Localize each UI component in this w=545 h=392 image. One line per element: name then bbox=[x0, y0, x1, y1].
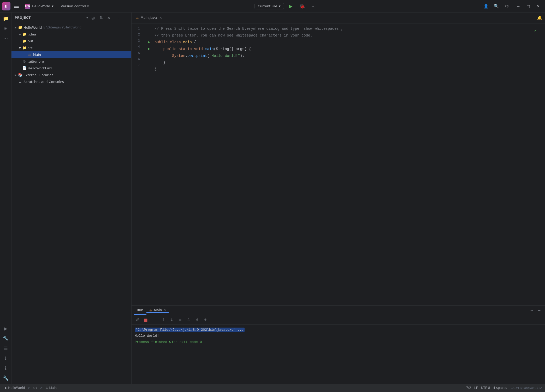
status-encoding[interactable]: UTF-8 bbox=[479, 386, 492, 390]
bottom-more-button[interactable]: ⋯ bbox=[528, 307, 535, 314]
sidebar-title-dropdown[interactable]: ▾ bbox=[86, 16, 88, 20]
watermark-label: CSDN @jiangwei0512 bbox=[511, 386, 542, 390]
activity-structure-icon[interactable]: ⊞ bbox=[1, 23, 10, 33]
activity-more-icon[interactable]: ⋯ bbox=[1, 33, 10, 43]
search-everywhere-button[interactable]: 🔍 bbox=[492, 2, 501, 11]
code-content[interactable]: // Press Shift twice to open the Search … bbox=[144, 23, 545, 305]
activity-info-icon[interactable]: ℹ bbox=[1, 363, 10, 373]
classname-main: Main bbox=[183, 39, 192, 46]
tree-item-idea[interactable]: ▶ 📁 .idea bbox=[11, 31, 131, 38]
tab-close-main[interactable]: ✕ bbox=[158, 15, 163, 20]
run-arrow-3[interactable]: ▶ bbox=[148, 40, 150, 45]
main-layout: 📁 ⊞ ⋯ ▶ 🔧 ☰ ↓ ℹ 🔧 Project ▾ ◎ ⇅ ✕ ⋯ − bbox=[0, 13, 545, 384]
status-position[interactable]: 7:2 bbox=[465, 386, 473, 390]
tree-arrow-ext-libs: ▶ bbox=[14, 74, 18, 76]
maximize-button[interactable]: □ bbox=[524, 2, 533, 11]
stop-button[interactable]: ■ bbox=[142, 316, 149, 323]
scroll-up-button[interactable]: ↑ bbox=[160, 316, 167, 323]
run-button[interactable]: ▶ bbox=[286, 2, 295, 11]
tree-item-main[interactable]: ☕ Main bbox=[11, 51, 131, 58]
console-output: "C:\Program Files\Java\jdk1.8.0_202\bin\… bbox=[132, 325, 545, 384]
bottom-subtab-close[interactable]: ✕ bbox=[164, 308, 166, 312]
close-button[interactable]: ✕ bbox=[534, 2, 543, 11]
status-project-label: HelloWorld bbox=[8, 386, 25, 390]
status-src[interactable]: src bbox=[31, 384, 39, 392]
scroll-down-button[interactable]: ↓ bbox=[168, 316, 175, 323]
settings-button[interactable]: ⚙ bbox=[502, 2, 512, 11]
status-line-ending[interactable]: LF bbox=[473, 386, 479, 390]
status-indent[interactable]: 4 spaces bbox=[492, 386, 509, 390]
tree-label-helloworld: HelloWorld bbox=[23, 26, 42, 29]
collapse-all-button[interactable]: ⇅ bbox=[97, 14, 105, 21]
tree-arrow-helloworld: ▶ bbox=[14, 26, 18, 29]
status-file[interactable]: ☕ Main bbox=[44, 384, 58, 392]
filter-button[interactable]: ⇩ bbox=[185, 316, 192, 323]
sort-button[interactable]: ≡ bbox=[176, 316, 184, 323]
activity-project-icon[interactable]: 📁 bbox=[1, 14, 10, 23]
activity-list-icon[interactable]: ☰ bbox=[1, 343, 10, 353]
line-numbers: 1 2 3 4 5 6 7 bbox=[132, 23, 144, 305]
window-controls: − □ ✕ bbox=[514, 2, 543, 11]
trash-button[interactable]: 🗑 bbox=[202, 316, 209, 323]
profile-button[interactable]: 👤 bbox=[481, 2, 491, 11]
tree-item-out[interactable]: 📁 out bbox=[11, 38, 131, 44]
gitignore-icon: ⊘ bbox=[22, 59, 27, 63]
file-tree: ▶ 📁 HelloWorld E:\Gitee\java\HelloWorld … bbox=[11, 23, 131, 384]
editor-tabs-more-button[interactable]: ⋯ bbox=[527, 14, 536, 22]
editor-area: ☕ Main.java ✕ ⋯ 🔔 1 2 3 4 5 6 7 bbox=[132, 13, 545, 384]
tree-label-out: out bbox=[28, 39, 33, 43]
scratches-icon: ≡ bbox=[18, 80, 22, 84]
print-button[interactable]: 🖨 bbox=[193, 316, 200, 323]
project-selector[interactable]: HW HelloWorld ▾ bbox=[22, 3, 56, 10]
tree-item-helloworld[interactable]: ▶ 📁 HelloWorld E:\Gitee\java\HelloWorld bbox=[11, 24, 131, 31]
code-line-6: } bbox=[148, 59, 541, 66]
project-name-label: HelloWorld bbox=[32, 4, 50, 8]
console-more-button[interactable]: ⋯ bbox=[150, 316, 158, 323]
activity-commit-icon[interactable]: ↓ bbox=[1, 353, 10, 363]
bottom-toolbar: ↺ ■ ⋯ ↑ ↓ ≡ ⇩ 🖨 🗑 bbox=[132, 315, 545, 325]
hamburger-menu[interactable] bbox=[13, 3, 20, 9]
minimize-button[interactable]: − bbox=[514, 2, 523, 11]
version-control-selector[interactable]: Version control ▾ bbox=[58, 3, 92, 9]
activity-debug-icon[interactable]: 🔧 bbox=[1, 334, 10, 343]
bottom-tab-run[interactable]: Run bbox=[134, 306, 146, 315]
tree-item-iml[interactable]: 📄 HelloWorld.iml bbox=[11, 65, 131, 71]
project-badge: HW bbox=[25, 4, 30, 9]
sidebar-minimize-button[interactable]: − bbox=[121, 14, 128, 21]
bottom-subtab-main[interactable]: ☕ Main ✕ bbox=[146, 308, 169, 313]
kw-static-4: static bbox=[179, 46, 192, 52]
activity-run-icon[interactable]: ▶ bbox=[1, 324, 10, 333]
dot2-5: . bbox=[194, 53, 196, 59]
tree-item-src[interactable]: ▼ 📁 src bbox=[11, 44, 131, 51]
editor-notifications-button[interactable]: 🔔 bbox=[536, 14, 544, 22]
activity-settings-icon[interactable]: 🔧 bbox=[1, 373, 10, 383]
code-editor[interactable]: 1 2 3 4 5 6 7 // Press Shift twice to op… bbox=[132, 23, 545, 305]
tree-item-gitignore[interactable]: ⊘ .gitignore bbox=[11, 58, 131, 65]
debug-button[interactable]: 🐞 bbox=[298, 2, 307, 11]
close-main-brace: } bbox=[155, 59, 165, 66]
line-num-2: 2 bbox=[132, 32, 142, 38]
title-actions: 👤 🔍 ⚙ bbox=[481, 2, 512, 11]
tree-item-scratches[interactable]: ≡ Scratches and Consoles bbox=[11, 78, 131, 85]
tree-item-ext-libs[interactable]: ▶ 📚 External Libraries bbox=[11, 71, 131, 78]
rerun-button[interactable]: ↺ bbox=[134, 316, 141, 323]
console-line-2: Process finished with exit code 0 bbox=[135, 339, 542, 345]
status-file-label: Main bbox=[49, 386, 57, 390]
status-project[interactable]: ▶ HelloWorld bbox=[3, 384, 27, 392]
sidebar-more-button[interactable]: ⋯ bbox=[113, 14, 120, 21]
run-gutter-4[interactable]: ▶ bbox=[148, 46, 153, 52]
more-run-options-button[interactable]: ⋯ bbox=[309, 2, 318, 11]
sidebar-close-button[interactable]: ✕ bbox=[105, 14, 112, 21]
bottom-minimize-button[interactable]: − bbox=[536, 307, 543, 314]
sidebar: Project ▾ ◎ ⇅ ✕ ⋯ − ▶ 📁 HelloWorld E:\Gi… bbox=[11, 13, 132, 384]
run-config-selector[interactable]: Current File ▾ bbox=[254, 3, 284, 9]
locate-file-button[interactable]: ◎ bbox=[90, 14, 97, 21]
run-gutter-3[interactable]: ▶ bbox=[148, 40, 153, 45]
app-logo: IJ bbox=[2, 2, 10, 10]
tab-main-java[interactable]: ☕ Main.java ✕ bbox=[133, 13, 166, 23]
run-arrow-4[interactable]: ▶ bbox=[148, 46, 150, 52]
tab-java-icon: ☕ bbox=[136, 16, 139, 20]
line-num-5: 5 bbox=[132, 50, 142, 56]
sp-3b bbox=[181, 39, 183, 46]
project-dropdown-icon: ▾ bbox=[52, 4, 54, 8]
